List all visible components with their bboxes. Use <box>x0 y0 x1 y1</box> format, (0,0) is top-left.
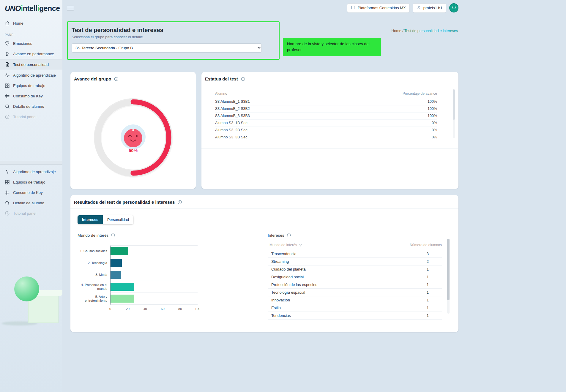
sidebar-item-label: Detalle de alumno <box>13 201 44 205</box>
status-table-scrollbar[interactable] <box>453 89 455 138</box>
sidebar-item-equipos-de-trabajo[interactable]: Equipos de trabajo <box>0 80 62 91</box>
bar <box>111 283 134 291</box>
sidebar-item-emociones[interactable]: Emociones <box>0 38 62 49</box>
sidebar-item-home[interactable]: Home <box>0 18 62 29</box>
bar-category-label: 5. Arte y entretenimiento <box>78 293 110 305</box>
sidebar-item-equipos-de-trabajo-2[interactable]: Equipos de trabajo <box>0 177 62 187</box>
sidebar-item-algoritmo-de-aprendizaje[interactable]: Algoritmo de aprendizaje <box>0 70 62 80</box>
user-button-label: profels1.b1 <box>423 6 442 10</box>
interest-chart-title: Mundo de interés <box>78 233 108 238</box>
sliders-icon <box>5 94 10 99</box>
search-icon <box>5 200 10 206</box>
table-row: S3 AlumnoB_3 S3B3100% <box>215 113 437 120</box>
breadcrumb-current[interactable]: Test de personalidad e intereses <box>404 29 458 33</box>
bar-track <box>110 257 198 269</box>
breadcrumb-home[interactable]: Home <box>391 29 401 33</box>
search-icon <box>5 104 10 109</box>
bar-track <box>110 281 198 293</box>
interest-table: Mundo de interés Número de alumnos Trasc… <box>268 243 450 320</box>
interest-count-cell: 1 <box>427 290 442 295</box>
table-row: Tecnología espacial1 <box>268 289 442 296</box>
status-table: Alumno Porcentaje de avance S3 AlumnoB_1… <box>201 85 458 149</box>
info-icon[interactable] <box>111 233 115 238</box>
interest-chart-title-row: Mundo de interés <box>78 233 268 238</box>
avance-cell: 0% <box>432 128 437 132</box>
test-status-card: Estatus del test Alumno Porcentaje de av… <box>201 72 458 189</box>
results-card-header: Resultados del test de personalidad e in… <box>70 195 458 208</box>
sidebar-item-label: Avance en performance <box>13 52 54 56</box>
bar-track <box>110 293 198 305</box>
sidebar-item-test-de-personalidad[interactable]: Test de personalidad <box>0 59 62 70</box>
interest-count-cell: 1 <box>427 306 442 310</box>
sidebar-item-avance-en-performance[interactable]: Avance en performance <box>0 49 62 59</box>
sidebar-item-label: Consumo de Key <box>13 94 43 98</box>
interest-col-mundo: Mundo de interés <box>269 243 297 247</box>
table-row: S3 AlumnoB_1 S3B1100% <box>215 98 437 105</box>
table-row: Tendencias1 <box>268 312 442 320</box>
decorative-shapes <box>0 273 62 392</box>
table-row: Cuidado del planeta1 <box>268 265 442 273</box>
alumno-cell: Alumno S3_2B Sec <box>215 128 247 132</box>
sidebar-item-detalle-de-alumno[interactable]: Detalle de alumno <box>0 101 62 112</box>
menu-toggle-icon[interactable] <box>67 6 74 10</box>
info-icon[interactable] <box>287 233 291 238</box>
page-title: Test de personalidad e intereses <box>72 27 279 34</box>
bar-category-label: 3. Moda <box>78 269 110 281</box>
table-row: Alumno S3_2B Sec0% <box>215 127 437 134</box>
table-row: Desigualdad social1 <box>268 273 442 281</box>
info-icon <box>5 114 10 119</box>
title-section: Test de personalidad e intereses Selecci… <box>70 22 458 64</box>
activity-icon <box>5 73 10 78</box>
activity-icon <box>5 169 10 174</box>
test-status-title: Estatus del test <box>205 76 238 81</box>
interest-table-header: Mundo de interés Número de alumnos <box>268 243 442 250</box>
interest-count-cell: 1 <box>427 267 442 271</box>
page-subtitle: Selecciona el grupo para conocer el deta… <box>72 35 279 39</box>
tab-personalidad[interactable]: Personalidad <box>103 215 133 224</box>
info-icon[interactable] <box>114 77 119 81</box>
interest-count-cell: 1 <box>427 313 442 318</box>
alumno-cell: Alumno S3_1B Sec <box>215 121 247 125</box>
bar-row: 3. Moda <box>78 269 198 281</box>
group-progress-card: Avance del grupo <box>70 72 196 189</box>
interest-table-title-row: Intereses <box>268 233 450 238</box>
bar-category-label: 2. Tecnología <box>78 257 110 269</box>
sidebar-item-consumo-de-key-2[interactable]: Consumo de Key <box>0 187 62 198</box>
table-row: Streaming2 <box>268 258 442 265</box>
sidebar-item-algoritmo-de-aprendizaje-2[interactable]: Algoritmo de aprendizaje <box>0 167 62 177</box>
award-icon <box>5 51 10 56</box>
tab-intereses[interactable]: Intereses <box>78 215 103 224</box>
sidebar-item-label: Detalle de alumno <box>13 104 44 109</box>
interest-label-cell: Cuidado del planeta <box>271 267 306 271</box>
info-icon[interactable] <box>241 77 245 81</box>
x-tick-label: 20 <box>126 307 130 311</box>
sidebar-item-partial <box>0 161 62 165</box>
avance-cell: 0% <box>432 135 437 139</box>
cards-row: Avance del grupo <box>70 72 458 189</box>
logout-button[interactable] <box>449 3 458 12</box>
interest-table-scrollbar[interactable] <box>447 239 450 314</box>
alumno-cell: S3 AlumnoB_1 S3B1 <box>215 99 250 104</box>
sidebar-item-consumo-de-key[interactable]: Consumo de Key <box>0 91 62 101</box>
group-selector[interactable]: 3°- Tercero Secundaria - Grupo B <box>72 43 262 53</box>
page-content: Test de personalidad e intereses Selecci… <box>62 16 462 392</box>
bar-row: 4. Presencia en el mundo <box>78 281 198 293</box>
breadcrumb: Home / Test de personalidad e intereses <box>391 29 458 33</box>
sidebar-item-label: Algoritmo de aprendizaje <box>13 73 56 78</box>
platforms-button[interactable]: Plataformas Contenidos MX <box>347 3 410 13</box>
info-icon[interactable] <box>177 200 182 205</box>
bar-row: 1. Causas sociales <box>78 245 198 257</box>
filter-icon[interactable] <box>299 243 302 247</box>
interest-col-numero: Número de alumnos <box>410 243 442 247</box>
interest-chart-section: Mundo de interés 1. Causas sociales2. Te… <box>78 233 268 320</box>
user-button[interactable]: profels1.b1 <box>413 3 446 13</box>
file-icon <box>5 62 10 67</box>
home-icon <box>5 21 10 26</box>
bar-chart-rows: 1. Causas sociales2. Tecnología3. Moda4.… <box>78 245 198 305</box>
bar <box>111 271 121 279</box>
sidebar-item-detalle-de-alumno-2[interactable]: Detalle de alumno <box>0 198 62 208</box>
alumno-cell: S3 AlumnoB_2 S3B2 <box>215 107 250 111</box>
x-tick-label: 80 <box>178 307 182 311</box>
title-highlight-box: Test de personalidad e intereses Selecci… <box>67 21 280 60</box>
bar-category-label: 4. Presencia en el mundo <box>78 281 110 293</box>
